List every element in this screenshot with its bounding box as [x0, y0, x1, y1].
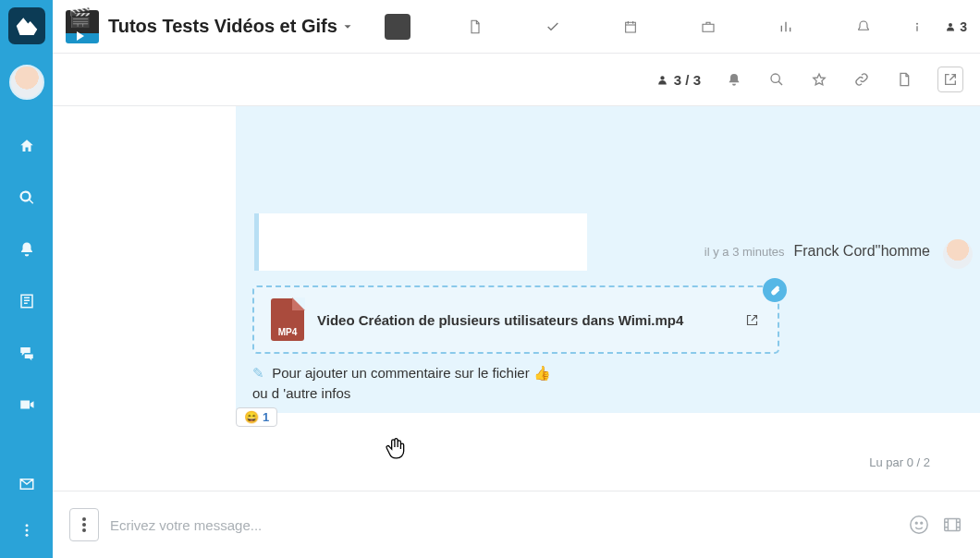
download-icon[interactable] — [711, 310, 729, 329]
subbar-bell-icon[interactable] — [725, 70, 743, 89]
tab-briefcase-icon[interactable] — [695, 14, 721, 40]
members-count-value: 3 / 3 — [674, 72, 701, 88]
tab-notifications-icon[interactable] — [851, 14, 876, 40]
app-logo[interactable] — [8, 7, 45, 44]
tab-tasks-icon[interactable] — [540, 14, 566, 40]
home-icon[interactable] — [14, 133, 40, 159]
attachment-card[interactable]: MP4 Video Création de plusieurs utilisat… — [252, 285, 779, 354]
subbar-star-icon[interactable] — [810, 70, 828, 89]
svg-point-7 — [82, 528, 86, 532]
svg-point-9 — [915, 522, 917, 524]
read-by-status: Lu par 0 / 2 — [869, 455, 930, 469]
app-sidebar — [0, 0, 53, 558]
info-icon[interactable] — [904, 14, 930, 40]
svg-rect-11 — [945, 519, 961, 531]
attachment-filename: Video Création de plusieurs utilisateurs… — [317, 312, 683, 328]
project-title-text: Tutos Tests Vidéos et Gifs — [108, 16, 337, 37]
subbar-file-icon[interactable] — [895, 70, 913, 89]
emoji-icon[interactable] — [908, 514, 930, 536]
chat-icon[interactable] — [14, 340, 40, 366]
video-icon[interactable] — [14, 392, 40, 418]
reaction-count: 1 — [263, 410, 269, 424]
message-author[interactable]: Franck Cord''homme — [794, 243, 930, 260]
svg-point-2 — [25, 534, 28, 537]
svg-point-1 — [25, 529, 28, 532]
subbar-external-icon[interactable] — [937, 67, 963, 92]
search-icon[interactable] — [14, 185, 40, 211]
topbar: Tutos Tests Vidéos et Gifs — [53, 0, 980, 54]
contacts-icon[interactable] — [14, 288, 40, 314]
chat-scroll-area[interactable]: https://www.wimi-teamwork.com/fr/ il y a… — [53, 106, 980, 491]
svg-point-3 — [916, 22, 918, 24]
user-count[interactable]: 3 — [945, 19, 967, 34]
subbar-search-icon[interactable] — [767, 70, 786, 89]
avatar[interactable] — [943, 239, 973, 269]
subbar-link-icon[interactable] — [852, 70, 871, 89]
user-count-value: 3 — [960, 19, 967, 34]
message-text-line2: ou d 'autre infos — [252, 383, 551, 404]
message-input[interactable] — [110, 517, 897, 533]
tab-documents-icon[interactable] — [462, 14, 488, 40]
tab-calendar-icon[interactable] — [618, 14, 643, 40]
external-link-icon[interactable] — [742, 310, 761, 329]
message-bubble: MP4 Video Création de plusieurs utilisat… — [236, 271, 980, 413]
reaction-chip[interactable]: 😄 1 — [236, 407, 277, 427]
chevron-down-icon — [341, 20, 354, 33]
avatar-me[interactable] — [9, 65, 44, 100]
composer-video-icon[interactable] — [941, 514, 963, 536]
members-count[interactable]: 3 / 3 — [656, 72, 701, 88]
cursor-hand-icon — [384, 436, 408, 460]
mp4-label: MP4 — [278, 327, 298, 337]
composer — [53, 491, 980, 558]
svg-point-4 — [771, 74, 779, 82]
pencil-icon: ✎ — [252, 365, 264, 381]
svg-point-5 — [82, 517, 86, 521]
reaction-emoji: 😄 — [244, 410, 259, 424]
message-meta: il y a 3 minutes Franck Cord''homme — [704, 243, 930, 260]
composer-more-button[interactable] — [69, 508, 99, 541]
project-icon[interactable] — [66, 10, 99, 43]
svg-point-6 — [82, 523, 86, 527]
attachment-badge-icon — [763, 278, 787, 302]
project-title[interactable]: Tutos Tests Vidéos et Gifs — [108, 16, 354, 37]
tab-reports-icon[interactable] — [773, 14, 799, 40]
more-icon[interactable] — [14, 517, 40, 543]
channel-subbar: 3 / 3 — [53, 54, 980, 106]
message-text-line1: Pour ajouter un commentaire sur le fichi… — [272, 365, 551, 381]
svg-point-10 — [921, 522, 923, 524]
mail-icon[interactable] — [14, 471, 40, 497]
mp4-file-icon: MP4 — [271, 298, 304, 341]
svg-point-8 — [911, 516, 927, 533]
message-text: ✎ Pour ajouter un commentaire sur le fic… — [252, 363, 551, 404]
tab-channel-icon[interactable] — [385, 14, 410, 40]
message-timestamp: il y a 3 minutes — [704, 245, 785, 259]
bell-icon[interactable] — [14, 237, 40, 262]
svg-point-0 — [25, 524, 28, 527]
